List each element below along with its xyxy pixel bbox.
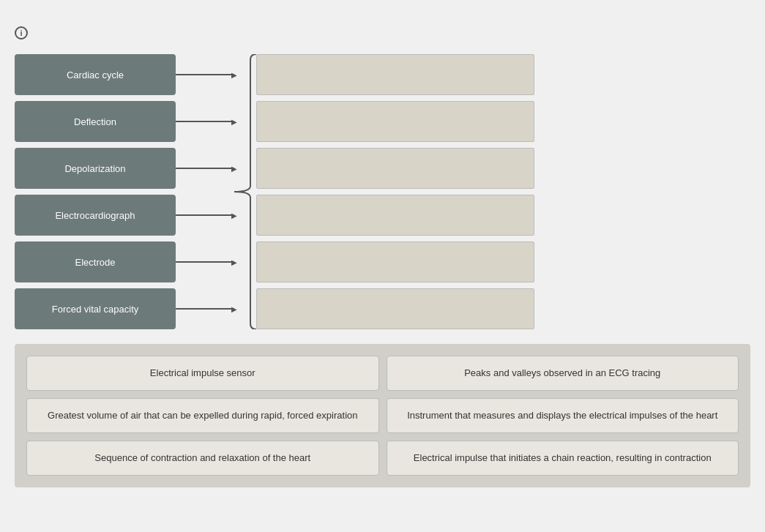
- connector-line-2: ▶: [176, 168, 234, 169]
- connector-line-3: ▶: [176, 214, 234, 216]
- answer-bank: Electrical impulse sensorPeaks and valle…: [15, 344, 750, 487]
- connector-line-1: ▶: [176, 121, 234, 122]
- term-box-depolarization: Depolarization: [15, 148, 176, 189]
- answer-card-ans5[interactable]: Sequence of contraction and relaxation o…: [26, 441, 379, 476]
- connector-line-4: ▶: [176, 261, 234, 263]
- drop-zone-forced-vital-capacity[interactable]: [256, 288, 534, 329]
- drop-zone-electrocardiograph[interactable]: [256, 195, 534, 236]
- answer-card-ans1[interactable]: Electrical impulse sensor: [26, 356, 379, 391]
- connector-cardiac-cycle: ▶: [176, 54, 234, 95]
- connectors-column: ▶▶▶▶▶▶: [176, 54, 234, 329]
- connector-depolarization: ▶: [176, 148, 234, 189]
- instructions-label: i: [15, 26, 750, 40]
- drop-zone-cardiac-cycle[interactable]: [256, 54, 534, 95]
- drop-zone-deflection[interactable]: [256, 101, 534, 142]
- term-box-electrode: Electrode: [15, 241, 176, 282]
- connector-line-0: ▶: [176, 74, 234, 75]
- term-box-deflection: Deflection: [15, 101, 176, 142]
- matching-section: Cardiac cycleDeflectionDepolarizationEle…: [15, 54, 750, 329]
- term-box-cardiac-cycle: Cardiac cycle: [15, 54, 176, 95]
- answer-card-ans3[interactable]: Greatest volume of air that can be expel…: [26, 398, 379, 433]
- answer-card-ans2[interactable]: Peaks and valleys observed in an ECG tra…: [387, 356, 739, 391]
- drop-zone-electrode[interactable]: [256, 241, 534, 282]
- connector-electrode: ▶: [176, 241, 234, 282]
- term-box-forced-vital-capacity: Forced vital capacity: [15, 288, 176, 329]
- brace-svg: [234, 54, 256, 329]
- drop-zones-column: [256, 54, 534, 329]
- connector-forced-vital-capacity: ▶: [176, 288, 234, 329]
- connector-deflection: ▶: [176, 101, 234, 142]
- brace-column: [234, 54, 256, 329]
- connector-electrocardiograph: ▶: [176, 195, 234, 236]
- drop-zone-depolarization[interactable]: [256, 148, 534, 189]
- terms-column: Cardiac cycleDeflectionDepolarizationEle…: [15, 54, 176, 329]
- answer-card-ans6[interactable]: Electrical impulse that initiates a chai…: [387, 441, 739, 476]
- term-box-electrocardiograph: Electrocardiograph: [15, 195, 176, 236]
- connector-line-5: ▶: [176, 308, 234, 310]
- answer-card-ans4[interactable]: Instrument that measures and displays th…: [387, 398, 739, 433]
- info-icon: i: [15, 26, 28, 40]
